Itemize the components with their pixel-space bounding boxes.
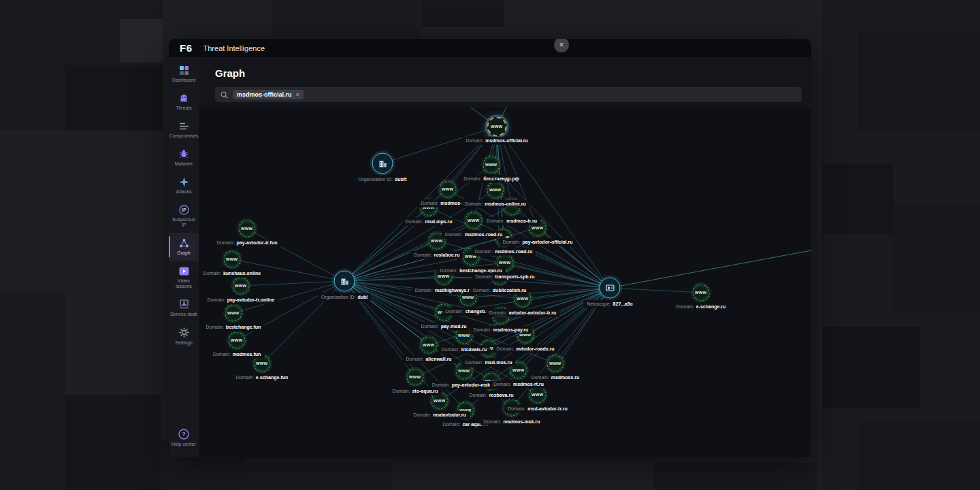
node-label: Domain:msd-mos.ru <box>461 359 515 367</box>
graph-node-d_stoaqua[interactable]: WWW <box>407 369 424 386</box>
graph-node-n_official[interactable]: WWW <box>487 117 507 137</box>
www-node-text: WWW <box>442 187 453 191</box>
graph-node-d_payavtodortrfun[interactable]: WWW <box>239 220 256 238</box>
sidebar-item-graph[interactable]: Graph <box>169 233 199 261</box>
graph-node-org_dubl[interactable] <box>334 271 355 292</box>
search-tag-text: msdmos-official.ru <box>237 92 292 98</box>
www-node-text: WWW <box>512 368 524 372</box>
sidebar-item-malware[interactable]: Malware <box>169 144 199 172</box>
node-label: Domain:msdmos.fun <box>210 350 265 359</box>
www-node-text: WWW <box>409 375 421 379</box>
sidebar-item-video-lessons[interactable]: Video lessons <box>169 261 199 294</box>
sidebar-item-service-desk[interactable]: Service desk <box>169 294 199 322</box>
close-button[interactable]: × <box>554 39 569 52</box>
graph-canvas[interactable]: WWWDomain:msdmos-official.ruOrganization… <box>199 108 811 457</box>
www-node-text: WWW <box>235 284 246 288</box>
bg-tile <box>272 0 422 38</box>
www-node-text: WWW <box>549 361 561 365</box>
node-label: Domain:msdmos-msk.ru <box>480 418 543 426</box>
www-node-text: WWW <box>458 333 470 338</box>
node-label: Domain:dubliczatish.ru <box>470 287 529 295</box>
node-label: Domain:pay-avtodor-tr.fun <box>214 239 281 247</box>
bg-tile <box>0 291 65 490</box>
node-label: Domain:msdmos-tr.ru <box>483 217 540 225</box>
remove-tag-icon[interactable]: × <box>296 92 299 98</box>
sidebar-bottom: ?Help center <box>169 424 199 452</box>
node-label: Domain:msdhighways.ru <box>412 287 476 295</box>
bg-tile <box>653 463 817 490</box>
graph-icon <box>178 238 189 248</box>
graph-node-d_bestchangefun[interactable]: WWW <box>225 305 242 322</box>
node-label: Domain:msdavtodor.ru <box>410 411 470 419</box>
sidebar-item-label: Settings <box>175 340 192 346</box>
node-label: Domain:msdmos-online.ru <box>461 200 529 208</box>
content-header: Graph <box>199 57 811 80</box>
node-label: Domain:pay-avtodor-tr.online <box>204 296 278 304</box>
video-lessons-icon <box>178 265 189 276</box>
node-label: Domain:msd-mps.ru <box>402 218 455 226</box>
graph-node-org_dubft[interactable] <box>372 153 393 174</box>
node-label: Domain:msd-avtodor-tr.ru <box>504 405 570 413</box>
node-label: Domain:бесстчендр.рф <box>460 175 523 183</box>
graph-node-d_kunshaus[interactable]: WWW <box>224 251 241 268</box>
titlebar: F6 Threat Intelligence × <box>169 39 811 57</box>
graph-node-d_besst[interactable]: WWW <box>483 157 500 174</box>
www-node-text: WWW <box>532 393 543 397</box>
node-label: Organization ID:dubl <box>318 293 371 301</box>
content: Graph msdmos-official.ru × WWWDomain:msd… <box>199 57 811 457</box>
sidebar-item-help-center[interactable]: ?Help center <box>169 424 199 452</box>
graph-node-d_msdmosonline[interactable]: WWW <box>487 182 504 199</box>
node-label: Domain:avtodor-roads.ru <box>493 345 557 353</box>
sidebar-item-suspicious-ip[interactable]: IPSuspicious IP <box>169 199 199 233</box>
bg-tile <box>242 463 392 490</box>
node-label: Domain:roslaboe.ru <box>410 251 463 259</box>
www-node-text: WWW <box>431 239 442 243</box>
sidebar: DashboardThreatsCompromisesMalwareAttack… <box>169 57 199 457</box>
svg-text:?: ? <box>182 431 185 438</box>
sidebar-item-settings[interactable]: Settings <box>169 323 199 350</box>
service-desk-icon <box>178 299 189 310</box>
bg-tile <box>822 163 893 234</box>
node-label: Domain:alienwall.ru <box>402 355 455 363</box>
graph-node-d_msdmosroad1[interactable]: WWW <box>466 212 483 229</box>
graph-node-d_alienwall[interactable]: WWW <box>421 337 438 354</box>
graph-node-d_msdmoss[interactable]: WWW <box>547 355 564 372</box>
bg-tile <box>65 395 161 490</box>
graph-node-d_msdmosbip[interactable]: WWW <box>440 181 457 198</box>
graph-node-netoscope[interactable] <box>600 278 621 299</box>
sidebar-items: DashboardThreatsCompromisesMalwareAttack… <box>169 60 199 350</box>
search-tag: msdmos-official.ru × <box>233 90 304 99</box>
netoscope-icon <box>605 283 615 293</box>
www-node-text: WWW <box>462 295 474 299</box>
sidebar-item-threats[interactable]: Threats <box>169 88 199 116</box>
app-window: F6 Threat Intelligence × DashboardThreat… <box>169 39 811 457</box>
www-node-text: WWW <box>231 338 242 342</box>
sidebar-item-label: Help center <box>172 442 196 447</box>
svg-text:IP: IP <box>182 208 186 212</box>
www-node-text: WWW <box>491 125 502 129</box>
www-node-text: WWW <box>517 297 528 301</box>
www-node-text: WWW <box>226 257 238 261</box>
attacks-icon <box>178 176 189 187</box>
www-node-text: WWW <box>438 274 449 278</box>
sidebar-item-attacks[interactable]: Attacks <box>169 172 199 199</box>
search-icon <box>220 91 228 99</box>
sidebar-item-compromises[interactable]: Compromises <box>169 116 199 144</box>
www-node-text: WWW <box>434 399 445 403</box>
www-node-text: WWW <box>256 361 267 365</box>
graph-node-d_msdavtodortr[interactable]: WWW <box>529 387 546 404</box>
organization-icon <box>378 159 387 168</box>
sidebar-item-label: Attacks <box>176 189 192 195</box>
www-node-text: WWW <box>485 163 497 167</box>
search-bar[interactable]: msdmos-official.ru × <box>215 87 802 102</box>
www-node-text: WWW <box>695 291 706 295</box>
graph-node-d_payavtodortronline[interactable]: WWW <box>233 278 250 295</box>
www-node-text: WWW <box>423 343 434 347</box>
node-label: Domain:e-schange.ru <box>673 303 730 311</box>
sidebar-item-dashboard[interactable]: Dashboard <box>169 60 199 88</box>
organization-icon <box>340 276 349 286</box>
node-label: Domain:btcdeals.ru <box>438 346 490 354</box>
graph-node-d_eschange_ru[interactable]: WWW <box>693 284 710 301</box>
sidebar-item-label: Malware <box>175 161 193 167</box>
graph-node-d_msdmosfun[interactable]: WWW <box>229 332 246 349</box>
